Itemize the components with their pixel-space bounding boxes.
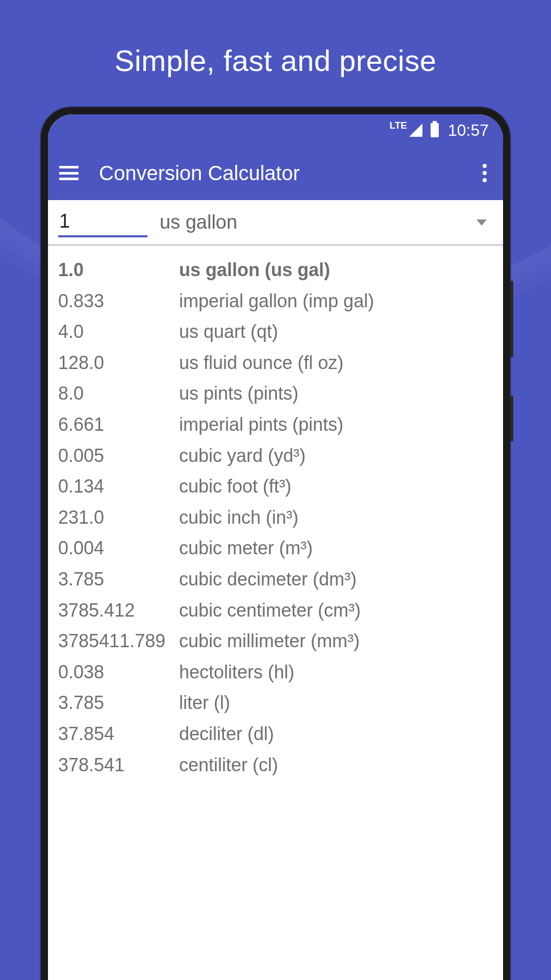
status-time: 10:57 [448,121,489,140]
phone-screen: LTE 10:57 Conversion Calculator us gallo… [48,114,503,980]
battery-icon [431,123,439,137]
result-value: 4.0 [58,320,179,345]
value-input[interactable] [58,208,147,237]
result-row[interactable]: 4.0us quart (qt) [58,316,493,348]
result-value: 128.0 [58,351,179,376]
result-row[interactable]: 1.0us gallon (us gal) [58,255,493,286]
marketing-tagline: Simple, fast and precise [0,0,551,78]
result-value: 8.0 [58,381,179,406]
result-row[interactable]: 378.541centiliter (cl) [58,750,493,781]
result-value: 0.038 [58,660,179,685]
result-row[interactable]: 3.785cubic decimeter (dm³) [58,564,493,595]
result-value: 3785.412 [58,598,179,623]
result-row[interactable]: 0.038hectoliters (hl) [58,657,493,688]
phone-frame: LTE 10:57 Conversion Calculator us gallo… [41,107,510,980]
result-row[interactable]: 0.005cubic yard (yd³) [58,440,493,472]
result-unit: deciliter (dl) [179,722,274,747]
selected-unit-label: us gallon [160,211,237,233]
result-unit: us fluid ounce (fl oz) [179,351,343,376]
result-row[interactable]: 3785411.789cubic millimeter (mm³) [58,626,493,657]
result-value: 3.785 [58,691,179,716]
result-unit: us pints (pints) [179,381,298,406]
result-row[interactable]: 0.833imperial gallon (imp gal) [58,286,493,317]
result-row[interactable]: 0.134cubic foot (ft³) [58,471,493,502]
network-label: LTE [389,120,407,131]
result-unit: cubic millimeter (mm³) [179,629,360,654]
result-value: 37.854 [58,722,179,747]
result-unit: cubic foot (ft³) [179,474,291,499]
result-unit: hectoliters (hl) [179,660,294,685]
result-unit: centiliter (cl) [179,753,278,778]
result-unit: cubic meter (m³) [179,536,313,561]
result-unit: cubic inch (in³) [179,505,298,530]
result-unit: cubic decimeter (dm³) [179,567,357,592]
result-row[interactable]: 0.004cubic meter (m³) [58,533,493,564]
app-title: Conversion Calculator [99,162,478,185]
result-value: 231.0 [58,505,179,530]
input-section: us gallon [48,200,503,246]
phone-side-button [510,281,513,357]
result-value: 0.833 [58,289,179,314]
result-unit: liter (l) [179,691,230,716]
result-value: 3785411.789 [58,629,179,654]
result-unit: us quart (qt) [179,320,278,345]
result-unit: cubic centimeter (cm³) [179,598,361,623]
result-value: 0.134 [58,474,179,499]
result-value: 6.661 [58,412,179,437]
more-options-button[interactable] [478,159,492,187]
result-unit: imperial pints (pints) [179,412,343,437]
result-row[interactable]: 231.0cubic inch (in³) [58,502,493,533]
status-bar: LTE 10:57 [48,114,503,146]
phone-side-button [510,396,513,442]
result-value: 1.0 [58,258,179,283]
result-row[interactable]: 128.0us fluid ounce (fl oz) [58,348,493,379]
result-row[interactable]: 3785.412cubic centimeter (cm³) [58,595,493,626]
result-row[interactable]: 6.661imperial pints (pints) [58,409,493,440]
result-row[interactable]: 3.785liter (l) [58,688,493,719]
result-unit: imperial gallon (imp gal) [179,289,374,314]
result-row[interactable]: 8.0us pints (pints) [58,378,493,409]
signal-icon [409,124,422,137]
result-unit: us gallon (us gal) [179,258,330,283]
result-row[interactable]: 37.854deciliter (dl) [58,719,493,750]
chevron-down-icon [477,219,487,226]
unit-selector[interactable]: us gallon [147,211,493,237]
menu-button[interactable] [59,166,79,180]
result-unit: cubic yard (yd³) [179,444,306,469]
result-value: 378.541 [58,753,179,778]
result-value: 0.005 [58,444,179,469]
result-value: 0.004 [58,536,179,561]
app-bar: Conversion Calculator [48,146,503,200]
results-list: 1.0us gallon (us gal)0.833imperial gallo… [48,246,503,790]
result-value: 3.785 [58,567,179,592]
